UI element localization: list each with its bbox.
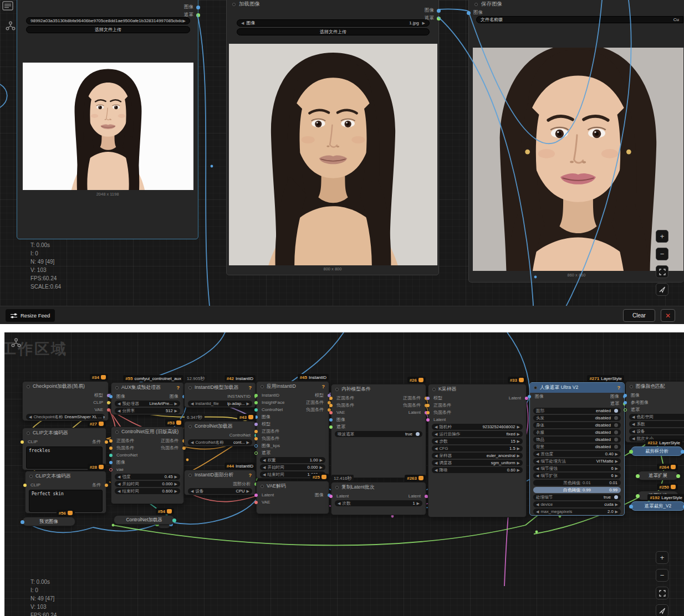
node-53[interactable]: ControlNet应用 (旧版高级)正面条件正面条件负面条件负面条件Contr… [111, 427, 184, 504]
combo-prev-icon[interactable]: ◀ [536, 452, 539, 456]
combo-next-icon[interactable]: ▶ [615, 502, 618, 507]
combo-next-icon[interactable]: ▶ [422, 21, 425, 25]
collapse-dot-icon[interactable] [29, 475, 33, 478]
node-header[interactable]: AUX集成预处理器? [111, 383, 183, 393]
combo-prev-icon[interactable]: ◀ [118, 489, 120, 494]
zoom-out-button[interactable]: − [656, 248, 668, 260]
combo-next-icon[interactable]: ▶ [615, 452, 618, 456]
slot-dot[interactable] [21, 520, 24, 524]
combo-next-icon[interactable]: ▶ [615, 474, 618, 478]
combo-prev-icon[interactable]: ◀ [435, 461, 437, 465]
node-header[interactable]: ControlNet加载器 [185, 422, 256, 432]
toggle-knob[interactable] [614, 430, 618, 434]
select-tool-button[interactable] [656, 604, 668, 616]
slot-dot[interactable] [107, 401, 110, 404]
combo-prev-icon[interactable]: ◀ [435, 454, 437, 458]
combo-next-icon[interactable]: ▶ [517, 439, 520, 444]
combo-next-icon[interactable]: ▶ [175, 489, 177, 494]
combo-prev-icon[interactable]: ◀ [263, 458, 266, 463]
node-54[interactable]: ControlNet加载器#54 [114, 515, 175, 525]
widget-combo[interactable]: ◀细节扩张6▶ [533, 473, 621, 479]
combo-prev-icon[interactable]: ◀ [435, 439, 437, 444]
node-header[interactable]: 人像遮罩 Ultra V2? [530, 383, 624, 393]
node-save-image[interactable]: 保存图像 图像 文件名前缀Cu 860 x 860 [468, 0, 684, 283]
node-264[interactable]: 遮罩扩展#264 [637, 471, 678, 480]
widget-toggle[interactable]: 面部enabled [533, 408, 621, 414]
slot-dot[interactable] [23, 484, 27, 487]
toggle-knob[interactable] [614, 495, 618, 499]
slot-dot[interactable] [329, 404, 333, 407]
combo-prev-icon[interactable]: ◀ [118, 409, 120, 413]
slot-dot[interactable] [426, 404, 430, 407]
node-43[interactable]: ControlNet加载器ControlNet◀ControlNet名称cont… [184, 421, 256, 446]
collapse-dot-icon[interactable] [27, 432, 30, 435]
slot-dot[interactable] [254, 501, 258, 504]
combo-prev-icon[interactable]: ◀ [263, 465, 266, 470]
slot-dot[interactable] [329, 495, 333, 498]
node-34[interactable]: Checkpoint加载器(简易)模型CLIPVAE◀Checkpoint名称D… [22, 381, 109, 421]
node-26[interactable]: 内补模型条件正面条件正面条件负面条件负面条件VAELatent图像遮罩噪波遮罩t… [331, 384, 426, 478]
slot-dot[interactable] [329, 418, 333, 422]
combo-next-icon[interactable]: ▶ [615, 510, 618, 514]
combo-prev-icon[interactable]: ◀ [118, 482, 120, 486]
node-44[interactable]: InstantID面部分析?面部分析◀设备CPU▶#44InstantID [184, 470, 256, 495]
slot-dot[interactable] [437, 17, 441, 20]
node-header[interactable]: 保存图像 [474, 1, 502, 8]
widget-toggle[interactable]: 饰品disabled [533, 437, 621, 443]
slot-dot[interactable] [254, 408, 258, 412]
help-icon[interactable]: ? [177, 385, 180, 391]
combo-next-icon[interactable]: ▶ [247, 402, 249, 406]
upload-button[interactable]: 选择文件上传 [237, 28, 430, 35]
slot-dot[interactable] [105, 440, 108, 444]
image-combo[interactable]: ◀图像1.jpg▶ [237, 19, 430, 27]
collapse-dot-icon[interactable] [188, 425, 192, 428]
slot-dot[interactable] [254, 437, 258, 440]
combo-next-icon[interactable]: ▶ [320, 458, 323, 463]
node-header[interactable]: 应用InstantID? [257, 382, 329, 392]
slot-dot[interactable] [624, 408, 627, 412]
toggle-knob[interactable] [614, 423, 618, 427]
widget-combo[interactable]: ◀分辨率512▶ [115, 408, 180, 414]
collapse-dot-icon[interactable] [474, 3, 478, 6]
combo-next-icon[interactable]: ▶ [517, 461, 520, 465]
slot-dot[interactable] [196, 13, 200, 17]
zoom-in-button[interactable]: + [656, 551, 668, 564]
widget-combo[interactable]: ◀开始时间0.000▶ [260, 464, 325, 470]
combo-next-icon[interactable]: ▶ [417, 501, 420, 506]
widget-toggle[interactable]: 背景disabled [533, 444, 621, 450]
combo-prev-icon[interactable]: ◀ [435, 425, 437, 429]
widget-combo[interactable]: ◀开始时间0.000▶ [115, 481, 180, 487]
toggle-knob[interactable] [416, 432, 420, 436]
widget-toggle[interactable]: 处理细节true [533, 494, 621, 500]
prompt-textarea[interactable]: Perfect skin [29, 490, 103, 512]
toggle-knob[interactable] [614, 445, 618, 449]
widget-combo[interactable]: ◀次数1▶ [335, 500, 422, 506]
node-42[interactable]: InstantID模型加载器?INSTANTID◀instantid_filei… [184, 382, 256, 408]
toggle-knob[interactable] [614, 416, 618, 420]
slot-dot[interactable] [681, 450, 684, 454]
combo-next-icon[interactable]: ▶ [517, 432, 520, 437]
slot-dot[interactable] [172, 519, 176, 522]
combo-prev-icon[interactable]: ◀ [632, 415, 635, 419]
combo-next-icon[interactable]: ▶ [247, 440, 249, 445]
node-header[interactable]: Checkpoint加载器(简易) [23, 382, 108, 392]
combo-prev-icon[interactable]: ◀ [632, 437, 635, 441]
slot-dot[interactable] [254, 394, 258, 397]
collapse-dot-icon[interactable] [115, 430, 119, 434]
slot-dot[interactable] [254, 444, 258, 448]
combo-prev-icon[interactable]: ◀ [632, 422, 635, 427]
widget-toggle[interactable]: 头发disabled [533, 415, 621, 421]
widget-combo[interactable]: ◀设备▶ [629, 428, 684, 434]
combo-next-icon[interactable]: ▶ [247, 489, 249, 494]
combo-next-icon[interactable]: ▶ [175, 402, 177, 406]
collapse-dot-icon[interactable] [261, 385, 264, 388]
combo-next-icon[interactable]: ▶ [175, 409, 177, 413]
node-header[interactable]: 图像颜色匹配 [626, 382, 684, 392]
combo-prev-icon[interactable]: ◀ [435, 468, 437, 473]
widget-combo[interactable]: ◀devicecuda▶ [533, 501, 621, 507]
widget-combo[interactable]: ◀调度器sgm_uniform▶ [432, 460, 523, 466]
collapse-dot-icon[interactable] [335, 486, 339, 489]
widget-combo[interactable]: ◀预处理器LineArtPre...▶ [115, 401, 180, 407]
combo-next-icon[interactable]: ▶ [175, 475, 177, 479]
widget-combo[interactable]: ◀权重1.00▶ [260, 457, 325, 463]
